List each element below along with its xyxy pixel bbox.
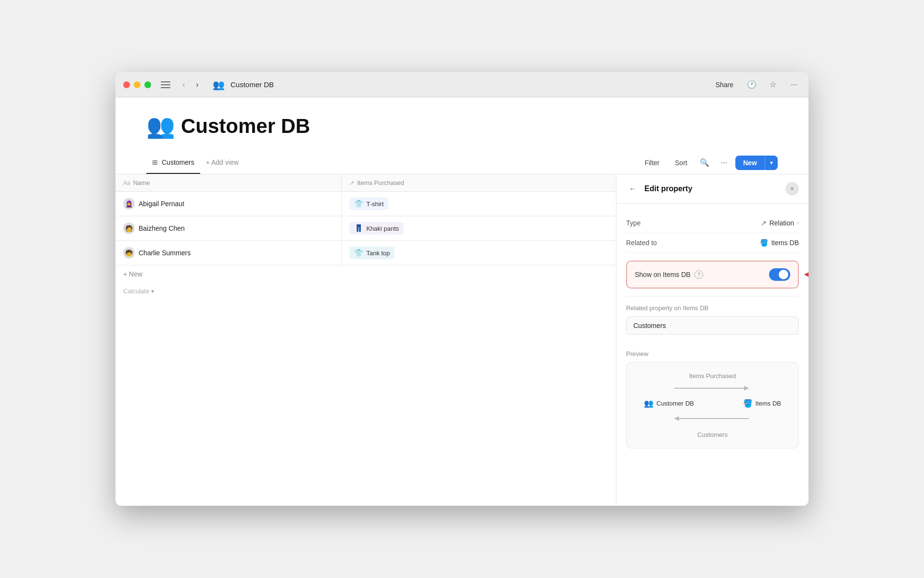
main-content: 👥 Customer DB ⊞ Customers + Add view Fil… [116,97,808,506]
type-value[interactable]: ↗ Relation › [761,219,799,227]
forward-arrow[interactable]: › [192,79,203,91]
traffic-lights [123,81,151,88]
page-title-text: Customer DB [181,115,310,138]
svg-marker-1 [805,272,808,277]
related-property-input[interactable] [626,316,799,335]
star-icon[interactable]: ☆ [766,78,780,92]
titlebar-page-icon: 👥 [213,79,225,91]
titlebar-title: Customer DB [231,80,706,89]
toolbar-right: Filter Sort 🔍 ··· New ▾ [639,155,778,171]
col-name-header[interactable]: Aa Name [116,174,342,192]
show-toggle-switch[interactable] [769,268,790,281]
item-icon-3: 👕 [354,249,363,257]
add-row-button[interactable]: + New [116,265,616,283]
type-arrow: › [797,220,799,226]
related-property-section: Related property on Items DB [626,297,799,342]
view-tab-label: Customers [162,158,194,166]
preview-section: Preview Items Purchased [626,342,799,456]
preview-items-db: 🪣 Items DB [743,399,781,408]
close-button[interactable] [123,81,130,88]
add-view-label: + Add view [206,158,239,166]
name-cell-3: 🧒 Charlie Summers [116,241,342,265]
help-icon[interactable]: ? [694,270,703,279]
new-main-button[interactable]: New [735,156,765,170]
sort-button[interactable]: Sort [669,156,693,170]
preview-top-label: Items Purchased [689,372,736,380]
table-row[interactable]: 🧒 Charlie Summers 👕 Tank top [116,241,616,265]
view-tab-icon: ⊞ [152,158,158,166]
table-row[interactable]: 🧑 Baizheng Chen 👖 Khaki pants [116,216,616,241]
table-area: Aa Name ↗ Items Purchased [116,174,808,506]
back-arrow[interactable]: ‹ [178,79,190,91]
toggle-slider [769,268,790,281]
share-button[interactable]: Share [712,79,737,91]
items-db-icon: 🪣 [760,239,768,247]
page-title: 👥 Customer DB [146,113,778,140]
calculate-label: Calculate [123,288,149,295]
panel-body: Type ↗ Relation › Related to 🪣 Items DB [616,204,808,466]
preview-customer-icon: 👥 [644,399,654,408]
toggle-row-wrapper: Show on Items DB ? [626,261,799,289]
type-value-text: Relation [770,219,794,227]
related-to-row: Related to 🪣 Items DB [626,233,799,253]
filter-button[interactable]: Filter [639,156,665,170]
related-to-text: Items DB [771,239,799,247]
menu-icon[interactable] [161,81,170,88]
item-chip-3[interactable]: 👕 Tank top [349,247,395,259]
preview-items-label: Items DB [756,400,781,407]
relation-icon: ↗ [761,219,767,227]
new-chevron-button[interactable]: ▾ [765,156,778,170]
maximize-button[interactable] [144,81,151,88]
customers-table: Aa Name ↗ Items Purchased [116,174,616,265]
svg-marker-3 [744,386,749,391]
history-icon[interactable]: 🕐 [745,78,758,92]
show-toggle-label: Show on Items DB [635,271,691,278]
items-col-icon: ↗ [349,180,354,186]
col-items-header[interactable]: ↗ Items Purchased [342,174,616,192]
preview-label: Preview [626,350,799,357]
name-cell-1: 🧕 Abigail Pernaut [116,192,342,216]
preview-bottom-arrow-svg [669,414,756,423]
panel-back-button[interactable]: ← [626,182,640,196]
panel-close-button[interactable]: × [785,182,799,196]
item-cell-1: 👕 T-shirt [342,192,616,216]
item-chip-1[interactable]: 👕 T-shirt [349,197,388,210]
name-value-2: Baizheng Chen [139,224,185,232]
titlebar: ‹ › 👥 Customer DB Share 🕐 ☆ ··· [116,72,808,97]
name-value-1: Abigail Pernaut [139,200,184,208]
avatar-3: 🧒 [123,247,135,259]
related-property-label: Related property on Items DB [626,304,799,312]
name-value-3: Charlie Summers [139,249,191,257]
add-view-button[interactable]: + Add view [200,151,244,174]
item-label-3: Tank top [366,250,390,257]
show-on-items-toggle-row: Show on Items DB ? [626,261,799,289]
search-button[interactable]: 🔍 [697,155,712,171]
minimize-button[interactable] [134,81,141,88]
name-col-icon: Aa [123,180,130,186]
preview-bottom-arrow [665,414,761,423]
more-options-button[interactable]: ··· [716,155,732,171]
toggle-right [769,268,790,281]
panel-title: Edit property [644,184,781,193]
more-icon[interactable]: ··· [787,78,801,92]
titlebar-actions: Share 🕐 ☆ ··· [712,78,801,92]
red-arrow-annotation [801,268,808,281]
related-to-value[interactable]: 🪣 Items DB [760,239,799,247]
table-row[interactable]: 🧕 Abigail Pernaut 👕 T-shirt [116,192,616,216]
name-col-label: Name [133,179,150,186]
preview-customer-label: Customer DB [656,400,694,407]
avatar-2: 🧑 [123,223,135,234]
svg-marker-5 [674,416,679,421]
toggle-section: Show on Items DB ? [626,253,799,297]
edit-panel: ← Edit property × Type ↗ Relation › [616,174,808,506]
calculate-button[interactable]: Calculate ▾ [116,283,616,300]
nav-arrows: ‹ › [178,79,203,91]
new-button-group: New ▾ [735,156,778,170]
preview-items-icon: 🪣 [743,399,753,408]
customers-view-tab[interactable]: ⊞ Customers [146,151,200,174]
type-label: Type [626,219,641,227]
preview-box: Items Purchased 👥 [626,362,799,448]
item-icon-2: 👖 [354,224,363,233]
item-chip-2[interactable]: 👖 Khaki pants [349,222,404,235]
item-icon-1: 👕 [354,199,363,208]
